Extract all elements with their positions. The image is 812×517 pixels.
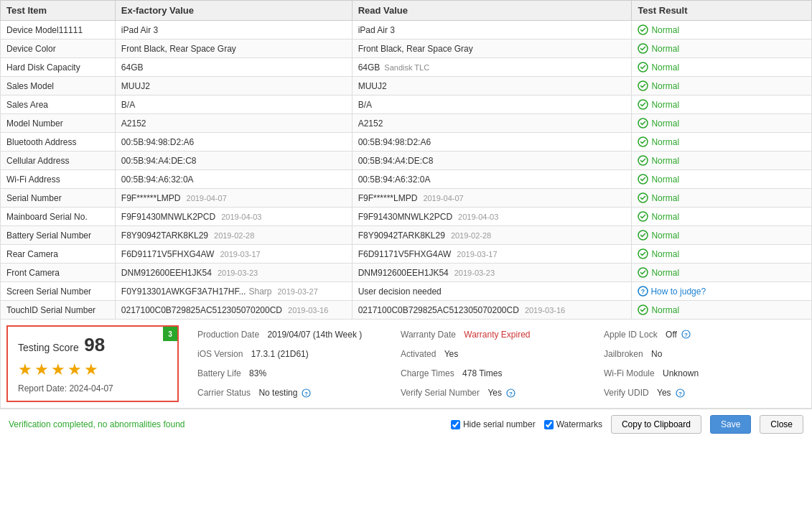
info-item: Activated Yes <box>396 345 599 363</box>
table-row-result: Normal <box>632 58 812 77</box>
table-row-item: Hard Disk Capacity <box>1 58 116 77</box>
copy-to-clipboard-button[interactable]: Copy to Clipboard <box>611 415 701 434</box>
save-button[interactable]: Save <box>710 415 751 434</box>
col-header-result: Test Result <box>632 1 812 21</box>
col-header-item: Test Item <box>1 1 116 21</box>
table-row-item: Battery Serial Number <box>1 226 116 245</box>
info-item: Verify Serial Number Yes ? <box>396 384 599 402</box>
table-row-result: Normal <box>632 21 812 39</box>
table-row-result: Normal <box>632 39 812 58</box>
data-table: Test Item Ex-factory Value Read Value Te… <box>0 0 812 320</box>
watermarks-checkbox[interactable] <box>544 420 554 429</box>
table-row-read: MUUJ2 <box>352 77 632 96</box>
svg-text:?: ? <box>509 391 513 397</box>
info-item: Production Date 2019/04/07 (14th Week ) <box>193 325 396 343</box>
table-row-ex: Front Black, Rear Space Gray <box>115 39 352 58</box>
score-number: 98 <box>84 334 105 355</box>
table-row-read: User decision needed <box>352 282 632 301</box>
svg-text:?: ? <box>304 391 308 397</box>
table-row-ex: F8Y90942TARK8KL292019-02-28 <box>115 226 352 245</box>
col-header-read: Read Value <box>352 1 632 21</box>
info-item: Wi-Fi Module Unknown <box>599 365 803 383</box>
table-row-item: Bluetooth Address <box>1 133 116 152</box>
score-badge: 3 <box>163 327 177 341</box>
table-row-read: 64GBSandisk TLC <box>352 58 632 77</box>
table-row-result: Normal <box>632 264 812 282</box>
table-row-item: Device Model11111 <box>1 21 116 39</box>
table-row-read: 00:5B:94:A6:32:0A <box>352 170 632 189</box>
table-row-read: A2152 <box>352 114 632 133</box>
footer-bar: Verification completed, no abnormalities… <box>0 409 812 439</box>
table-row-ex: MUUJ2 <box>115 77 352 96</box>
table-row-item: Rear Camera <box>1 245 116 264</box>
table-row-ex: A2152 <box>115 114 352 133</box>
table-row-item: Serial Number <box>1 189 116 208</box>
table-row-item: Mainboard Serial No. <box>1 208 116 226</box>
table-row-item: Front Camera <box>1 264 116 282</box>
stars-row: ★ ★ ★ ★ ★ <box>18 360 167 379</box>
info-grid: Production Date 2019/04/07 (14th Week )W… <box>185 320 811 408</box>
table-row-ex: 00:5B:94:A6:32:0A <box>115 170 352 189</box>
table-row-ex: DNM912600EEH1JK542019-03-23 <box>115 264 352 282</box>
table-row-result: Normal <box>632 170 812 189</box>
verification-text: Verification completed, no abnormalities… <box>9 419 442 429</box>
table-row-ex: B/A <box>115 96 352 114</box>
star-5: ★ <box>84 360 98 379</box>
table-row-read: B/A <box>352 96 632 114</box>
info-item: Carrier Status No testing ? <box>193 384 396 402</box>
table-row-result: Normal <box>632 208 812 226</box>
table-row-item: Wi-Fi Address <box>1 170 116 189</box>
table-row-result: Normal <box>632 189 812 208</box>
table-row-ex: 00:5B:94:A4:DE:C8 <box>115 152 352 170</box>
info-item: Apple ID Lock Off ? <box>599 325 803 343</box>
hide-serial-label[interactable]: Hide serial number <box>451 419 536 429</box>
star-3: ★ <box>51 360 65 379</box>
table-row-item: Sales Area <box>1 96 116 114</box>
info-item: Battery Life 83% <box>193 365 396 383</box>
table-row-result: Normal <box>632 114 812 133</box>
table-row-item: Device Color <box>1 39 116 58</box>
table-row-result: Normal <box>632 245 812 264</box>
bottom-section: 3 Testing Score 98 ★ ★ ★ ★ ★ Report Date… <box>0 320 812 409</box>
table-wrapper: Test Item Ex-factory Value Read Value Te… <box>0 0 812 320</box>
table-row-read: 00:5B:94:A4:DE:C8 <box>352 152 632 170</box>
table-row-ex: F9F91430MNWLK2PCD2019-04-03 <box>115 208 352 226</box>
table-row-item: TouchID Serial Number <box>1 301 116 320</box>
table-row-ex: F6D91171V5FHXG4AW2019-03-17 <box>115 245 352 264</box>
table-row-ex: iPad Air 3 <box>115 21 352 39</box>
table-row-read: DNM912600EEH1JK542019-03-23 <box>352 264 632 282</box>
table-row-ex: 00:5B:94:98:D2:A6 <box>115 133 352 152</box>
info-item: Verify UDID Yes ? <box>599 384 803 402</box>
table-row-item: Cellular Address <box>1 152 116 170</box>
star-4: ★ <box>67 360 82 379</box>
table-row-result: Normal <box>632 96 812 114</box>
svg-text:?: ? <box>641 288 645 295</box>
table-row-item: Sales Model <box>1 77 116 96</box>
watermarks-label[interactable]: Watermarks <box>544 419 602 429</box>
report-date: Report Date: 2024-04-07 <box>18 383 167 393</box>
svg-text:?: ? <box>678 391 682 397</box>
table-row-read: 00:5B:94:98:D2:A6 <box>352 133 632 152</box>
col-header-ex: Ex-factory Value <box>115 1 352 21</box>
table-row-result: Normal <box>632 152 812 170</box>
table-row-ex: 0217100C0B729825AC512305070200CD2019-03-… <box>115 301 352 320</box>
table-row-read: F8Y90942TARK8KL292019-02-28 <box>352 226 632 245</box>
score-card: 3 Testing Score 98 ★ ★ ★ ★ ★ Report Date… <box>6 325 179 402</box>
svg-text:?: ? <box>684 332 688 338</box>
table-row-result: ? How to judge? <box>632 282 812 301</box>
table-row-item: Model Number <box>1 114 116 133</box>
table-row-read: Front Black, Rear Space Gray <box>352 39 632 58</box>
info-item: iOS Version 17.3.1 (21D61) <box>193 345 396 363</box>
table-row-item: Screen Serial Number <box>1 282 116 301</box>
info-item: Jailbroken No <box>599 345 803 363</box>
star-1: ★ <box>18 360 32 379</box>
table-row-result: Normal <box>632 133 812 152</box>
table-row-result: Normal <box>632 226 812 245</box>
hide-serial-checkbox[interactable] <box>451 420 460 429</box>
table-row-result: Normal <box>632 77 812 96</box>
info-item: Warranty Date Warranty Expired <box>396 325 599 343</box>
table-row-read: iPad Air 3 <box>352 21 632 39</box>
close-button[interactable]: Close <box>760 415 803 434</box>
info-item: Charge Times 478 Times <box>396 365 599 383</box>
table-row-read: F9F******LMPD2019-04-07 <box>352 189 632 208</box>
